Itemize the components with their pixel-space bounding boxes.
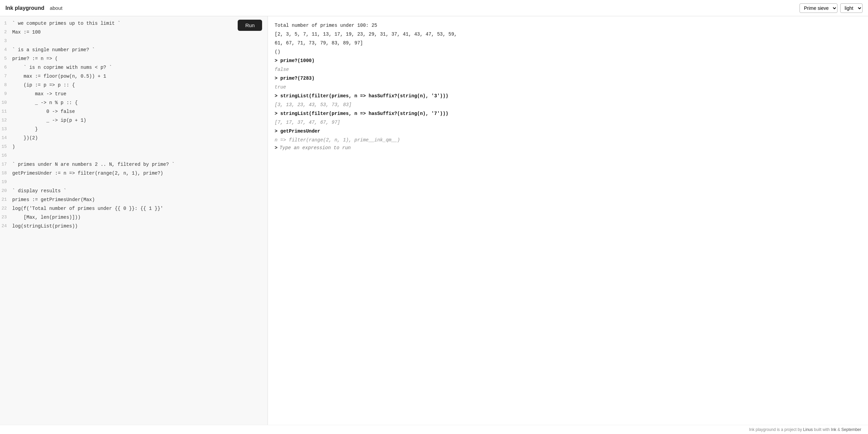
- code-line: 2Max := 100: [0, 28, 268, 37]
- output-line: > getPrimesUnder: [275, 127, 861, 135]
- code-line: 13 }: [0, 125, 268, 134]
- line-content: _ -> ip(p + 1): [12, 116, 86, 124]
- line-content: max -> true: [12, 90, 66, 98]
- code-area[interactable]: 1` we compute primes up to this limit `2…: [0, 16, 268, 233]
- line-content: _ -> n % p :: {: [12, 99, 78, 107]
- line-number: 14: [0, 134, 12, 142]
- line-number: 16: [0, 152, 12, 160]
- code-line: 12 _ -> ip(p + 1): [0, 116, 268, 125]
- output-line: > stringList(filter(primes, n => hasSuff…: [275, 92, 861, 100]
- code-line: 14 })(2): [0, 134, 268, 142]
- code-line: 6 ` is n coprime with nums < p? `: [0, 63, 268, 72]
- output-line: true: [275, 83, 861, 91]
- output-line: [2, 3, 5, 7, 11, 13, 17, 19, 23, 29, 31,…: [275, 31, 861, 38]
- line-content: }: [12, 125, 38, 133]
- code-line: 15): [0, 142, 268, 151]
- editor-panel: Run 1` we compute primes up to this limi…: [0, 16, 268, 425]
- line-content: ` is a single number prime? `: [12, 46, 95, 54]
- repl-prompt: >: [275, 145, 277, 151]
- line-content: Max := 100: [12, 28, 41, 36]
- line-content: ` primes under N are numbers 2 .. N, fil…: [12, 160, 175, 169]
- line-content: ` we compute primes up to this limit `: [12, 19, 120, 27]
- output-line: > prime?(1000): [275, 57, 861, 64]
- run-button[interactable]: Run: [238, 20, 262, 31]
- line-number: 8: [0, 81, 12, 89]
- output-panel: Total number of primes under 100: 25[2, …: [268, 16, 868, 425]
- code-line: 4` is a single number prime? `: [0, 45, 268, 54]
- line-number: 13: [0, 125, 12, 133]
- code-line: 22log(f('Total number of primes under {{…: [0, 204, 268, 213]
- code-line: 17` primes under N are numbers 2 .. N, f…: [0, 160, 268, 169]
- output-line: false: [275, 66, 861, 73]
- line-number: 23: [0, 213, 12, 221]
- app-title: Ink playground: [5, 5, 44, 11]
- line-number: 24: [0, 222, 12, 230]
- ink-link[interactable]: Ink: [831, 427, 836, 432]
- line-number: 22: [0, 204, 12, 213]
- line-number: 1: [0, 19, 12, 27]
- line-number: 6: [0, 63, 12, 72]
- line-content: ` display results `: [12, 187, 66, 195]
- line-number: 21: [0, 196, 12, 204]
- line-number: 10: [0, 99, 12, 107]
- line-content: (ip := p => p :: {: [12, 81, 75, 89]
- code-line: 11 0 -> false: [0, 107, 268, 116]
- run-button-container: Run: [238, 20, 262, 31]
- line-number: 20: [0, 187, 12, 195]
- code-line: 5prime? := n => (: [0, 54, 268, 63]
- line-number: 4: [0, 46, 12, 54]
- output-line: (): [275, 48, 861, 56]
- output-line: [3, 13, 23, 43, 53, 73, 83]: [275, 101, 861, 108]
- code-line: 18getPrimesUnder := n => filter(range(2,…: [0, 169, 268, 178]
- line-content: ` is n coprime with nums < p? `: [12, 63, 112, 72]
- code-line: 1` we compute primes up to this limit `: [0, 19, 268, 28]
- line-content: max := floor(pow(n, 0.5)) + 1: [12, 72, 106, 80]
- code-line: 3: [0, 37, 268, 45]
- theme-select[interactable]: light dark: [840, 3, 863, 13]
- line-number: 3: [0, 37, 12, 45]
- output-line: 61, 67, 71, 73, 79, 83, 89, 97]: [275, 39, 861, 47]
- code-line: 20` display results `: [0, 186, 268, 195]
- code-line: 16: [0, 151, 268, 160]
- about-link[interactable]: about: [50, 5, 63, 11]
- line-content: prime? := n => (: [12, 55, 58, 63]
- line-content: log(stringList(primes)): [12, 222, 78, 230]
- line-number: 11: [0, 107, 12, 116]
- code-line: 8 (ip := p => p :: {: [0, 81, 268, 90]
- output-line: > stringList(filter(primes, n => hasSuff…: [275, 110, 861, 117]
- line-number: 17: [0, 160, 12, 169]
- line-content: log(f('Total number of primes under {{ 0…: [12, 204, 163, 213]
- code-line: 9 max -> true: [0, 90, 268, 98]
- line-number: 15: [0, 143, 12, 151]
- code-line: 21primes := getPrimesUnder(Max): [0, 195, 268, 204]
- line-content: ): [12, 143, 15, 151]
- line-number: 19: [0, 178, 12, 186]
- code-line: 24log(stringList(primes)): [0, 222, 268, 231]
- output-line: n => filter(range(2, n, 1), prime__ink_q…: [275, 136, 861, 144]
- code-line: 7 max := floor(pow(n, 0.5)) + 1: [0, 72, 268, 81]
- line-number: 9: [0, 90, 12, 98]
- code-line: 10 _ -> n % p :: {: [0, 98, 268, 107]
- header-controls: Prime sieve Hello world Fibonacci Factor…: [800, 3, 863, 13]
- repl-input[interactable]: [279, 145, 861, 151]
- september-link[interactable]: September: [841, 427, 861, 432]
- line-number: 12: [0, 116, 12, 124]
- preset-select[interactable]: Prime sieve Hello world Fibonacci Factor…: [800, 3, 837, 13]
- line-number: 2: [0, 28, 12, 36]
- code-line: 19: [0, 178, 268, 186]
- line-content: 0 -> false: [12, 107, 75, 116]
- output-line: Total number of primes under 100: 25: [275, 22, 861, 29]
- repl-input-area[interactable]: >: [275, 145, 861, 151]
- line-content: getPrimesUnder := n => filter(range(2, n…: [12, 169, 163, 177]
- line-content: })(2): [12, 134, 38, 142]
- output-line: > prime?(7283): [275, 75, 861, 82]
- main-content: Run 1` we compute primes up to this limi…: [0, 16, 868, 425]
- line-content: primes := getPrimesUnder(Max): [12, 196, 95, 204]
- linus-link[interactable]: Linus: [803, 427, 813, 432]
- line-number: 18: [0, 169, 12, 177]
- code-line: 23 [Max, len(primes)])): [0, 213, 268, 222]
- output-line: [7, 17, 37, 47, 67, 97]: [275, 119, 861, 126]
- line-content: [Max, len(primes)])): [12, 213, 81, 221]
- footer-text: Ink playground is a project by Linus bui…: [749, 427, 861, 432]
- line-number: 7: [0, 72, 12, 80]
